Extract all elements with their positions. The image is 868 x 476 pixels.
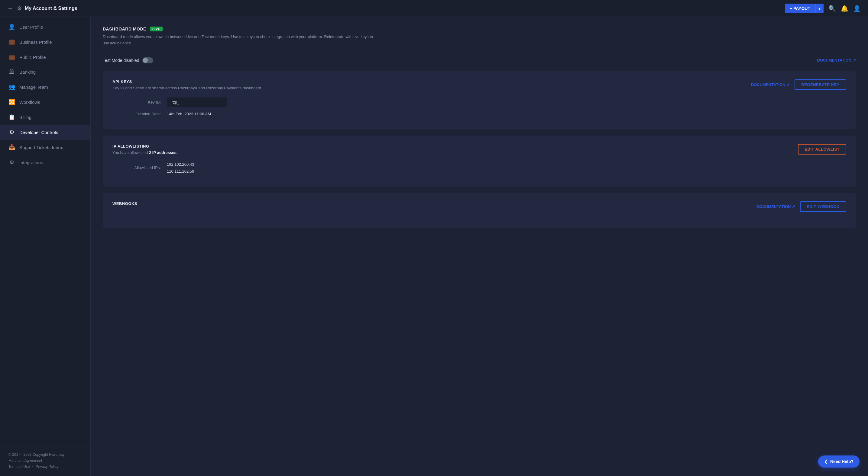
key-id-row: Key ID: rzp_ (113, 98, 846, 107)
ip-allowlisting-info: IP ALLOWLISTING You have allowlisted 2 I… (113, 144, 178, 155)
external-link-icon: ↗ (786, 82, 790, 87)
ip-address-1: 192.102.200.43 (167, 162, 194, 167)
sidebar-item-label: Developer Controls (19, 130, 58, 135)
allowlisted-ips-label: Allowlisted IPs: (113, 165, 161, 170)
banking-icon: 🏛 (8, 69, 15, 75)
sidebar-item-business-profile[interactable]: 💼 Business Profile (0, 34, 90, 49)
sidebar-item-label: Public Profile (19, 55, 46, 60)
test-mode-row: Test Mode disabled DOCUMENTATION ↗ (103, 53, 856, 71)
sidebar-item-public-profile[interactable]: 💼 Public Profile (0, 49, 90, 65)
api-keys-card: API KEYS Key ID and Secret are shared ac… (103, 71, 856, 130)
external-link-icon: ↗ (852, 58, 856, 63)
creation-date-value: 14th Feb, 2023 11:06 AM (167, 112, 211, 116)
payout-group: + PAYOUT ▾ (785, 4, 824, 13)
ip-allowlisting-header: IP ALLOWLISTING You have allowlisted 2 I… (113, 144, 846, 155)
payout-button[interactable]: + PAYOUT (785, 4, 815, 13)
user-profile-icon: 👤 (8, 24, 15, 30)
test-mode-label: Test Mode disabled (103, 57, 153, 63)
sidebar-item-support-tickets[interactable]: 📥 Support Tickets Inbox (0, 140, 90, 155)
support-tickets-icon: 📥 (8, 144, 15, 150)
ip-address-2: 110.111.102.59 (167, 169, 194, 174)
webhooks-title: WEBHOOKS (113, 201, 137, 206)
sidebar-item-label: Billing (19, 115, 31, 120)
webhooks-card: WEBHOOKS DOCUMENTATION ↗ EDIT WEBHOOK (103, 193, 856, 228)
ip-list: 192.102.200.43 110.111.102.59 (167, 162, 194, 174)
integrations-icon: ⚙ (8, 159, 15, 166)
privacy-policy-link[interactable]: Privacy Policy (36, 465, 58, 469)
dashboard-documentation-link[interactable]: DOCUMENTATION ↗ (817, 58, 856, 63)
ip-allowlisting-title: IP ALLOWLISTING (113, 144, 178, 148)
sidebar-item-label: Workflows (19, 100, 40, 105)
dashboard-mode-description: Dashboard mode allows you to switch betw… (103, 34, 375, 46)
gear-icon: ⚙ (17, 5, 22, 12)
help-chevron-icon: ❮ (824, 459, 828, 464)
copyright-text: © 2017 - 2023 Copyright Razorpay (8, 452, 82, 457)
topnav-actions: + PAYOUT ▾ 🔍 🔔 👤 (785, 4, 861, 13)
bell-icon[interactable]: 🔔 (841, 5, 848, 12)
sidebar-item-label: Business Profile (19, 39, 52, 45)
edit-allowlist-button[interactable]: EDIT ALLOWLIST (798, 144, 846, 155)
merchant-agreement-link[interactable]: Merchant Agreement (8, 458, 82, 463)
sidebar-item-workflows[interactable]: 🔀 Workflows (0, 95, 90, 109)
webhooks-actions: DOCUMENTATION ↗ EDIT WEBHOOK (756, 201, 846, 212)
api-keys-info: API KEYS Key ID and Secret are shared ac… (113, 79, 261, 90)
dashboard-mode-title: DASHBOARD MODE (103, 27, 146, 31)
external-link-icon: ↗ (792, 204, 795, 209)
layout: 👤 User Profile 💼 Business Profile 💼 Publ… (0, 17, 868, 476)
webhooks-documentation-link[interactable]: DOCUMENTATION ↗ (756, 204, 796, 209)
main-content: DASHBOARD MODE LIVE Dashboard mode allow… (91, 17, 868, 476)
page-title: My Account & Settings (25, 6, 785, 11)
manage-team-icon: 👥 (8, 83, 15, 90)
webhooks-info: WEBHOOKS (113, 201, 137, 208)
sidebar: 👤 User Profile 💼 Business Profile 💼 Publ… (0, 17, 91, 476)
sidebar-footer: © 2017 - 2023 Copyright Razorpay Merchan… (0, 446, 90, 476)
allowlisted-ips-row: Allowlisted IPs: 192.102.200.43 110.111.… (113, 162, 846, 174)
business-profile-icon: 💼 (8, 39, 15, 45)
api-keys-header: API KEYS Key ID and Secret are shared ac… (113, 79, 846, 90)
sidebar-item-label: Integrations (19, 160, 43, 165)
footer-dot: • (32, 465, 34, 469)
workflows-icon: 🔀 (8, 99, 15, 105)
payout-dropdown-button[interactable]: ▾ (815, 4, 824, 13)
terms-of-use-link[interactable]: Terms of Use (8, 465, 30, 469)
sidebar-item-banking[interactable]: 🏛 Banking (0, 65, 90, 79)
footer-links: Terms of Use • Privacy Policy (8, 465, 82, 469)
api-keys-documentation-link[interactable]: DOCUMENTATION ↗ (751, 82, 790, 87)
webhooks-header: WEBHOOKS DOCUMENTATION ↗ EDIT WEBHOOK (113, 201, 846, 212)
billing-icon: 📋 (8, 114, 15, 121)
sidebar-item-label: User Profile (19, 25, 43, 30)
regenerate-key-button[interactable]: REGENERATE KEY (795, 79, 846, 90)
creation-date-label: Creation Date: (113, 112, 161, 116)
sidebar-item-billing[interactable]: 📋 Billing (0, 109, 90, 125)
help-label: Need Help? (830, 459, 854, 464)
ip-allowlisting-subtitle: You have allowlisted 2 IP addresses. (113, 150, 178, 155)
sidebar-item-user-profile[interactable]: 👤 User Profile (0, 19, 90, 34)
edit-webhook-button[interactable]: EDIT WEBHOOK (800, 201, 846, 212)
user-icon[interactable]: 👤 (853, 5, 861, 12)
need-help-button[interactable]: ❮ Need Help? (818, 455, 860, 468)
test-mode-toggle[interactable] (142, 57, 153, 63)
key-id-value: rzp_ (167, 98, 227, 107)
api-keys-subtitle: Key ID and Secret are shared across Razo… (113, 86, 261, 90)
key-id-label: Key ID: (113, 100, 161, 104)
topnav: ← ⚙ My Account & Settings + PAYOUT ▾ 🔍 🔔… (0, 0, 868, 17)
sidebar-item-manage-team[interactable]: 👥 Manage Team (0, 79, 90, 95)
sidebar-item-label: Manage Team (19, 84, 48, 90)
creation-date-row: Creation Date: 14th Feb, 2023 11:06 AM (113, 112, 846, 116)
sidebar-item-integrations[interactable]: ⚙ Integrations (0, 155, 90, 170)
search-icon[interactable]: 🔍 (829, 5, 836, 12)
api-keys-actions: DOCUMENTATION ↗ REGENERATE KEY (751, 79, 846, 90)
public-profile-icon: 💼 (8, 54, 15, 60)
dashboard-mode-header: DASHBOARD MODE LIVE (103, 27, 856, 31)
back-button[interactable]: ← (7, 5, 13, 12)
sidebar-item-label: Support Tickets Inbox (19, 145, 63, 150)
sidebar-item-developer-controls[interactable]: ⚙ Developer Controls (0, 125, 90, 140)
test-mode-text: Test Mode disabled (103, 58, 139, 63)
ip-allowlisting-card: IP ALLOWLISTING You have allowlisted 2 I… (103, 136, 856, 187)
live-badge: LIVE (150, 27, 163, 31)
api-keys-title: API KEYS (113, 79, 261, 84)
developer-controls-icon: ⚙ (8, 129, 15, 136)
sidebar-item-label: Banking (19, 69, 36, 74)
